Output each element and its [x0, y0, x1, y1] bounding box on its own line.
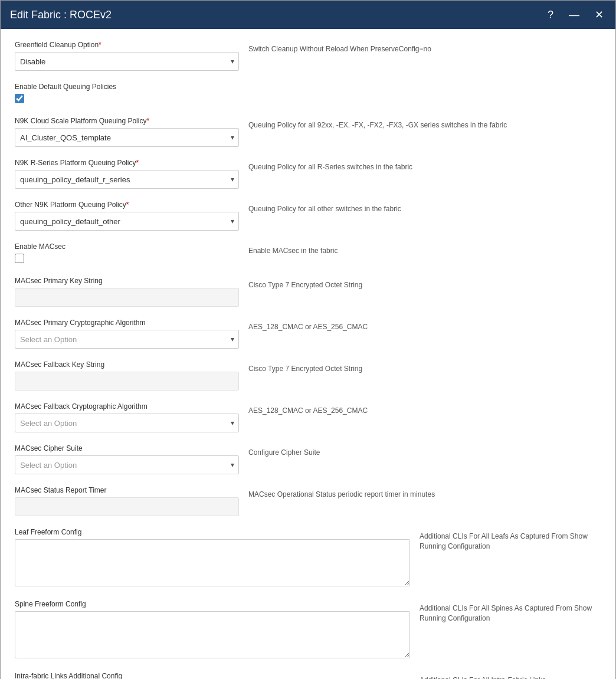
greenfield-cleanup-label: Greenfield Cleanup Option*	[15, 41, 239, 49]
spine-freeform-textarea[interactable]	[15, 611, 410, 658]
modal-title: Edit Fabric : ROCEv2	[10, 9, 112, 21]
spine-freeform-left: Spine Freeform Config	[15, 600, 410, 660]
n9k-r-series-select[interactable]: queuing_policy_default_r_series	[15, 170, 239, 189]
enable-default-queuing-left: Enable Default Queuing Policies	[15, 83, 239, 105]
leaf-freeform-textarea[interactable]	[15, 539, 410, 586]
macsec-fallback-crypto-select-wrapper: Select an Option AES_128_CMAC AES_256_CM…	[15, 414, 239, 432]
intra-fabric-hint: Additional CLIs For All Intra-Fabric Lin…	[420, 672, 601, 679]
titlebar: Edit Fabric : ROCEv2 ? — ✕	[1, 1, 615, 29]
greenfield-cleanup-row: Greenfield Cleanup Option* Disable Enabl…	[15, 41, 601, 71]
other-n9k-row: Other N9K Platform Queuing Policy* queui…	[15, 201, 601, 231]
help-button[interactable]: ?	[545, 8, 556, 21]
macsec-primary-crypto-left: MACsec Primary Cryptographic Algorithm S…	[15, 319, 239, 349]
n9k-cloud-scale-select-wrapper: AI_Cluster_QOS_template ▾	[15, 128, 239, 147]
macsec-status-timer-input[interactable]	[15, 497, 239, 516]
macsec-status-timer-left: MACsec Status Report Timer	[15, 486, 239, 516]
n9k-cloud-scale-row: N9K Cloud Scale Platform Queuing Policy*…	[15, 117, 601, 147]
macsec-fallback-crypto-hint: AES_128_CMAC or AES_256_CMAC	[248, 402, 601, 416]
n9k-r-series-left: N9K R-Series Platform Queuing Policy* qu…	[15, 159, 239, 189]
enable-macsec-row: Enable MACsec Enable MACsec in the fabri…	[15, 242, 601, 265]
close-button[interactable]: ✕	[592, 8, 606, 21]
n9k-r-series-hint: Queuing Policy for all R-Series switches…	[248, 159, 601, 172]
n9k-r-series-label: N9K R-Series Platform Queuing Policy*	[15, 159, 239, 167]
other-n9k-select[interactable]: queuing_policy_default_other	[15, 212, 239, 231]
enable-macsec-hint: Enable MACsec in the fabric	[248, 242, 601, 256]
spine-freeform-hint: Additional CLIs For All Spines As Captur…	[420, 600, 601, 624]
macsec-status-timer-label: MACsec Status Report Timer	[15, 486, 239, 494]
enable-default-queuing-label: Enable Default Queuing Policies	[15, 83, 239, 91]
macsec-status-timer-row: MACsec Status Report Timer MACsec Operat…	[15, 486, 601, 516]
macsec-fallback-key-label: MACsec Fallback Key String	[15, 360, 239, 369]
n9k-cloud-scale-left: N9K Cloud Scale Platform Queuing Policy*…	[15, 117, 239, 147]
n9k-cloud-scale-select[interactable]: AI_Cluster_QOS_template	[15, 128, 239, 147]
enable-default-queuing-row: Enable Default Queuing Policies	[15, 83, 601, 105]
macsec-fallback-crypto-select[interactable]: Select an Option AES_128_CMAC AES_256_CM…	[15, 414, 239, 432]
macsec-primary-key-left: MACsec Primary Key String	[15, 277, 239, 307]
macsec-cipher-suite-row: MACsec Cipher Suite Select an Option ▾ C…	[15, 444, 601, 474]
enable-macsec-checkbox[interactable]	[15, 254, 24, 263]
macsec-cipher-suite-hint: Configure Cipher Suite	[248, 444, 601, 458]
macsec-cipher-suite-label: MACsec Cipher Suite	[15, 444, 239, 452]
intra-fabric-row: Intra-fabric Links Additional Config Add…	[15, 672, 601, 679]
n9k-cloud-scale-label: N9K Cloud Scale Platform Queuing Policy*	[15, 117, 239, 125]
n9k-cloud-scale-hint: Queuing Policy for all 92xx, -EX, -FX, -…	[248, 117, 601, 130]
macsec-fallback-crypto-left: MACsec Fallback Cryptographic Algorithm …	[15, 402, 239, 432]
other-n9k-select-wrapper: queuing_policy_default_other ▾	[15, 212, 239, 231]
macsec-primary-key-label: MACsec Primary Key String	[15, 277, 239, 285]
leaf-freeform-left: Leaf Freeform Config	[15, 528, 410, 588]
macsec-cipher-suite-left: MACsec Cipher Suite Select an Option ▾	[15, 444, 239, 474]
macsec-primary-key-hint: Cisco Type 7 Encrypted Octet String	[248, 277, 601, 290]
greenfield-cleanup-hint: Switch Cleanup Without Reload When Prese…	[248, 41, 601, 54]
leaf-freeform-label: Leaf Freeform Config	[15, 528, 410, 536]
minimize-button[interactable]: —	[566, 8, 582, 21]
macsec-status-timer-hint: MACsec Operational Status periodic repor…	[248, 486, 601, 500]
enable-default-queuing-hint	[248, 83, 601, 86]
enable-macsec-left: Enable MACsec	[15, 242, 239, 265]
macsec-cipher-suite-select[interactable]: Select an Option	[15, 455, 239, 474]
leaf-freeform-hint: Additional CLIs For All Leafs As Capture…	[420, 528, 601, 552]
n9k-r-series-select-wrapper: queuing_policy_default_r_series ▾	[15, 170, 239, 189]
macsec-fallback-key-left: MACsec Fallback Key String	[15, 360, 239, 391]
other-n9k-label: Other N9K Platform Queuing Policy*	[15, 201, 239, 209]
macsec-fallback-key-row: MACsec Fallback Key String Cisco Type 7 …	[15, 360, 601, 391]
intra-fabric-left: Intra-fabric Links Additional Config	[15, 672, 410, 679]
macsec-primary-crypto-row: MACsec Primary Cryptographic Algorithm S…	[15, 319, 601, 349]
enable-default-queuing-checkbox[interactable]	[15, 94, 24, 103]
macsec-primary-crypto-select-wrapper: Select an Option AES_128_CMAC AES_256_CM…	[15, 330, 239, 349]
greenfield-cleanup-left: Greenfield Cleanup Option* Disable Enabl…	[15, 41, 239, 71]
intra-fabric-label: Intra-fabric Links Additional Config	[15, 672, 410, 679]
macsec-primary-crypto-hint: AES_128_CMAC or AES_256_CMAC	[248, 319, 601, 332]
macsec-fallback-key-input[interactable]	[15, 372, 239, 391]
spine-freeform-label: Spine Freeform Config	[15, 600, 410, 608]
titlebar-controls: ? — ✕	[545, 8, 606, 21]
enable-macsec-label: Enable MACsec	[15, 242, 239, 251]
modal-container: Edit Fabric : ROCEv2 ? — ✕ Greenfield Cl…	[0, 0, 616, 679]
content-area: Greenfield Cleanup Option* Disable Enabl…	[1, 29, 615, 679]
macsec-primary-crypto-select[interactable]: Select an Option AES_128_CMAC AES_256_CM…	[15, 330, 239, 349]
other-n9k-left: Other N9K Platform Queuing Policy* queui…	[15, 201, 239, 231]
macsec-cipher-suite-select-wrapper: Select an Option ▾	[15, 455, 239, 474]
leaf-freeform-row: Leaf Freeform Config Additional CLIs For…	[15, 528, 601, 588]
greenfield-cleanup-select[interactable]: Disable Enable	[15, 52, 239, 71]
other-n9k-hint: Queuing Policy for all other switches in…	[248, 201, 601, 214]
macsec-primary-key-input[interactable]	[15, 288, 239, 307]
macsec-fallback-crypto-row: MACsec Fallback Cryptographic Algorithm …	[15, 402, 601, 432]
macsec-fallback-crypto-label: MACsec Fallback Cryptographic Algorithm	[15, 402, 239, 411]
macsec-fallback-key-hint: Cisco Type 7 Encrypted Octet String	[248, 360, 601, 374]
greenfield-cleanup-select-wrapper: Disable Enable ▾	[15, 52, 239, 71]
macsec-primary-crypto-label: MACsec Primary Cryptographic Algorithm	[15, 319, 239, 327]
spine-freeform-row: Spine Freeform Config Additional CLIs Fo…	[15, 600, 601, 660]
n9k-r-series-row: N9K R-Series Platform Queuing Policy* qu…	[15, 159, 601, 189]
macsec-primary-key-row: MACsec Primary Key String Cisco Type 7 E…	[15, 277, 601, 307]
